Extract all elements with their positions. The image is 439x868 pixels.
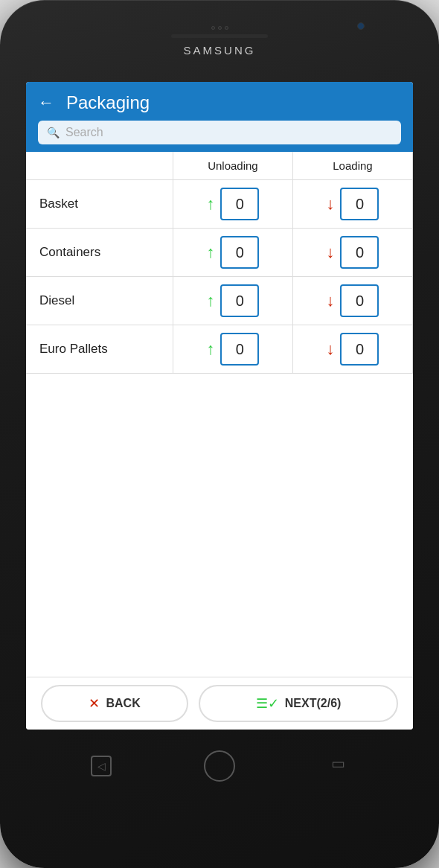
loading-group: ↓ 0	[298, 236, 408, 269]
table-row: Containers ↑ 0 ↓ 0	[26, 229, 413, 277]
table-container: Unloading Loading Basket ↑ 0 ↓ 0 Contain…	[26, 152, 413, 677]
back-icon[interactable]: ←	[38, 93, 54, 112]
table-row: Basket ↑ 0 ↓ 0	[26, 180, 413, 229]
loading-value-box[interactable]: 0	[340, 284, 379, 317]
brand-label: SAMSUNG	[184, 44, 256, 57]
loading-value-box[interactable]: 0	[340, 236, 379, 269]
unloading-value-box[interactable]: 0	[220, 284, 259, 317]
search-placeholder: Search	[65, 126, 103, 139]
loading-cell: ↓ 0	[292, 229, 412, 277]
nav-bar: ◁ ▭	[0, 740, 439, 792]
unloading-up-arrow[interactable]: ↑	[206, 293, 214, 309]
unloading-group: ↑ 0	[178, 333, 288, 366]
loading-down-arrow[interactable]: ↓	[326, 244, 334, 261]
packaging-table: Unloading Loading Basket ↑ 0 ↓ 0 Contain…	[26, 152, 413, 374]
bottom-bezel: ◁ ▭	[0, 730, 439, 868]
table-row: Diesel ↑ 0 ↓ 0	[26, 277, 413, 325]
unloading-group: ↑ 0	[178, 284, 288, 317]
search-bar[interactable]: 🔍 Search	[38, 121, 401, 144]
unloading-value-box[interactable]: 0	[220, 333, 259, 366]
loading-value-box[interactable]: 0	[340, 333, 379, 366]
loading-down-arrow[interactable]: ↓	[326, 293, 334, 309]
nav-back-button[interactable]: ◁	[91, 756, 112, 776]
nav-menu-icon: ▭	[331, 757, 345, 775]
unloading-up-arrow[interactable]: ↑	[206, 196, 214, 212]
top-bezel: SAMSUNG	[0, 0, 439, 82]
table-header-row: Unloading Loading	[26, 152, 413, 180]
loading-group: ↓ 0	[298, 333, 408, 366]
next-button[interactable]: ☰✓ NEXT(2/6)	[199, 685, 398, 722]
item-name-cell: Diesel	[26, 277, 173, 325]
loading-cell: ↓ 0	[292, 277, 412, 325]
item-name-label: Diesel	[31, 293, 74, 307]
app-header: ← Packaging 🔍 Search	[26, 82, 413, 152]
loading-down-arrow[interactable]: ↓	[326, 196, 334, 212]
unloading-group: ↑ 0	[178, 188, 288, 220]
item-name-label: Basket	[31, 197, 78, 211]
unloading-cell: ↑ 0	[173, 325, 292, 374]
next-check-icon: ☰✓	[256, 695, 279, 712]
page-title: Packaging	[66, 92, 150, 113]
unloading-up-arrow[interactable]: ↑	[206, 341, 214, 357]
front-camera	[357, 22, 365, 30]
loading-group: ↓ 0	[298, 284, 408, 317]
loading-down-arrow[interactable]: ↓	[326, 341, 334, 357]
item-name-label: Euro Pallets	[31, 342, 108, 356]
item-name-cell: Containers	[26, 229, 173, 277]
phone-device: SAMSUNG ← Packaging 🔍 Search Unloading	[0, 0, 439, 868]
loading-cell: ↓ 0	[292, 325, 412, 374]
back-x-icon: ✕	[89, 695, 100, 712]
item-name-cell: Basket	[26, 180, 173, 229]
back-button[interactable]: ✕ BACK	[41, 685, 188, 722]
unloading-value-box[interactable]: 0	[220, 236, 259, 269]
next-button-label: NEXT(2/6)	[285, 697, 342, 710]
back-button-label: BACK	[106, 697, 140, 710]
speaker-bar	[171, 34, 268, 38]
col-item	[26, 152, 173, 180]
nav-menu-button[interactable]: ▭	[327, 756, 348, 776]
nav-home-button[interactable]	[204, 750, 235, 782]
item-name-label: Containers	[31, 245, 100, 259]
unloading-up-arrow[interactable]: ↑	[206, 244, 214, 261]
col-unloading: Unloading	[173, 152, 292, 180]
loading-value-box[interactable]: 0	[340, 188, 379, 220]
search-icon: 🔍	[47, 127, 60, 138]
app-bottom-bar: ✕ BACK ☰✓ NEXT(2/6)	[26, 677, 413, 730]
unloading-cell: ↑ 0	[173, 229, 292, 277]
unloading-value-box[interactable]: 0	[220, 188, 259, 220]
title-row: ← Packaging	[38, 92, 401, 113]
speaker-dots	[211, 26, 228, 30]
screen: ← Packaging 🔍 Search Unloading Loading	[26, 82, 413, 730]
item-name-cell: Euro Pallets	[26, 325, 173, 374]
table-row: Euro Pallets ↑ 0 ↓ 0	[26, 325, 413, 374]
loading-group: ↓ 0	[298, 188, 408, 220]
unloading-group: ↑ 0	[178, 236, 288, 269]
col-loading: Loading	[292, 152, 412, 180]
unloading-cell: ↑ 0	[173, 180, 292, 229]
loading-cell: ↓ 0	[292, 180, 412, 229]
unloading-cell: ↑ 0	[173, 277, 292, 325]
